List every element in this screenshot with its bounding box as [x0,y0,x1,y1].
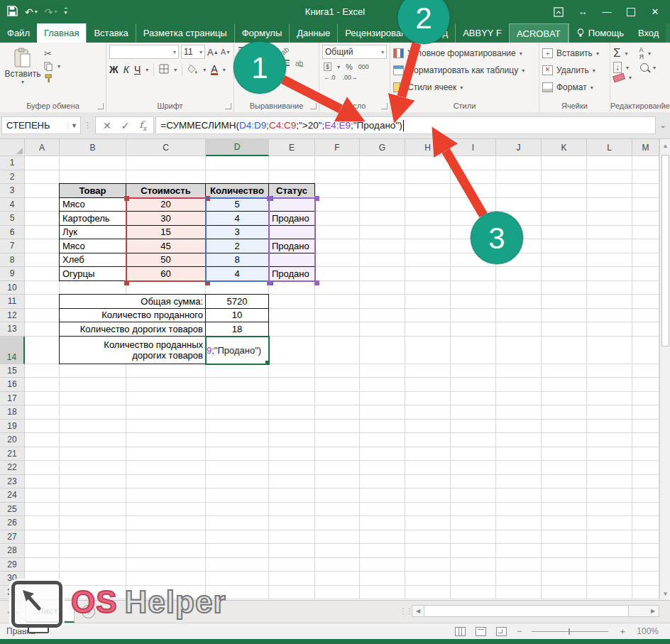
font-color-icon[interactable]: А [211,65,217,75]
cell-L23[interactable] [587,475,632,489]
cell-G2[interactable] [360,170,405,185]
cell-K13[interactable] [542,322,587,337]
cell-L1[interactable] [587,156,632,170]
align-top-icon[interactable] [238,47,247,55]
cell-I4[interactable] [451,198,496,212]
ribbon-tab-ABBYY F[interactable]: ABBYY F [455,23,509,43]
cell-K6[interactable] [542,226,587,240]
table-cell-C7[interactable]: 45 [126,239,206,253]
cell-A7[interactable] [25,239,60,253]
cell-I7[interactable] [451,239,496,253]
cell-D10[interactable] [206,281,269,295]
name-box[interactable]: СТЕПЕНЬ▼ [1,116,81,134]
share-button[interactable]: Общий доступ [666,23,670,43]
cell-M22[interactable] [632,461,659,475]
cell-L25[interactable] [587,503,632,517]
cell-A6[interactable] [25,226,60,240]
cell-F24[interactable] [315,489,360,503]
align-middle-icon[interactable] [253,47,261,55]
cell-E10[interactable] [269,281,315,295]
cell-I3[interactable] [451,184,496,198]
cell-L6[interactable] [587,226,632,240]
column-header-M[interactable]: M [632,139,659,156]
cell-M16[interactable] [632,378,659,392]
cell-A10[interactable] [25,281,60,295]
cell-B1[interactable] [60,156,126,170]
cell-K25[interactable] [542,503,587,517]
cell-D29[interactable] [206,558,269,572]
cell-J30[interactable] [496,572,542,586]
ribbon-tab-Данные[interactable]: Данные [289,23,337,43]
cell-F1[interactable] [315,156,360,170]
cell-L31[interactable] [587,586,632,600]
delete-cells-button[interactable]: ✕ Удалить▾ [542,62,607,79]
cell-I13[interactable] [451,322,496,337]
cell-E22[interactable] [269,461,315,475]
cell-F26[interactable] [315,516,360,530]
cell-F23[interactable] [315,475,360,489]
cell-G10[interactable] [360,281,405,295]
row-header-18[interactable]: 18 [0,405,25,420]
cell-B20[interactable] [60,433,126,447]
cell-J4[interactable] [496,198,542,212]
cell-C29[interactable] [126,558,206,572]
cell-A28[interactable] [25,544,60,558]
cell-G11[interactable] [360,295,405,309]
cell-I6[interactable] [451,226,496,240]
cell-I27[interactable] [451,530,496,545]
fill-icon[interactable]: ↓ [613,62,622,72]
cell-G5[interactable] [360,212,405,226]
cell-I29[interactable] [451,558,496,572]
cell-J10[interactable] [496,281,542,295]
prev-sheet-icon[interactable]: ◂ [7,608,11,616]
cell-A23[interactable] [25,475,60,489]
table-cell-D4[interactable]: 5 [205,197,269,212]
cell-E24[interactable] [269,489,315,503]
row-header-28[interactable]: 28 [0,544,25,558]
cell-H20[interactable] [405,433,451,447]
cell-I20[interactable] [451,433,496,447]
cell-H28[interactable] [405,544,451,558]
cell-G21[interactable] [360,447,405,462]
cell-K3[interactable] [542,184,587,198]
cell-K12[interactable] [542,309,587,323]
cell-B31[interactable] [60,586,126,600]
cell-J13[interactable] [496,322,542,337]
cell-M8[interactable] [632,253,659,268]
cell-F6[interactable] [315,226,360,240]
table-cell-D6[interactable]: 3 [205,225,269,240]
cell-I30[interactable] [451,572,496,586]
cell-L7[interactable] [587,239,632,253]
cell-D19[interactable] [206,420,269,434]
cell-K30[interactable] [542,572,587,586]
cell-A30[interactable] [25,572,60,586]
cell-F2[interactable] [315,170,360,185]
cell-H7[interactable] [405,239,451,253]
cell-I2[interactable] [451,170,496,185]
cell-F17[interactable] [315,392,360,406]
cell-F29[interactable] [315,558,360,572]
scroll-right-icon[interactable]: ▶ [647,606,659,616]
cell-M23[interactable] [632,475,659,489]
cell-F15[interactable] [315,364,360,378]
cell-I8[interactable] [451,253,496,268]
row-header-9[interactable]: 9 [0,267,25,281]
cell-K24[interactable] [542,489,587,503]
table-cell-D7[interactable]: 2 [205,239,269,253]
cell-E12[interactable] [269,309,315,323]
cell-H10[interactable] [405,281,451,295]
cell-C31[interactable] [126,586,206,600]
cell-D31[interactable] [206,586,269,600]
cell-F7[interactable] [315,239,360,253]
cell-J1[interactable] [496,156,542,170]
cell-D27[interactable] [206,530,269,545]
ribbon-tab-Вставка[interactable]: Вставка [86,23,135,43]
cell-L30[interactable] [587,572,632,586]
decrease-decimal-icon[interactable]: .00→ [343,74,358,81]
row-header-31[interactable]: 31 [0,586,25,600]
cell-J24[interactable] [496,489,542,503]
cell-K11[interactable] [542,295,587,309]
cell-B25[interactable] [60,503,126,517]
zoom-level[interactable]: 100% [637,626,659,636]
cell-F11[interactable] [315,295,360,309]
